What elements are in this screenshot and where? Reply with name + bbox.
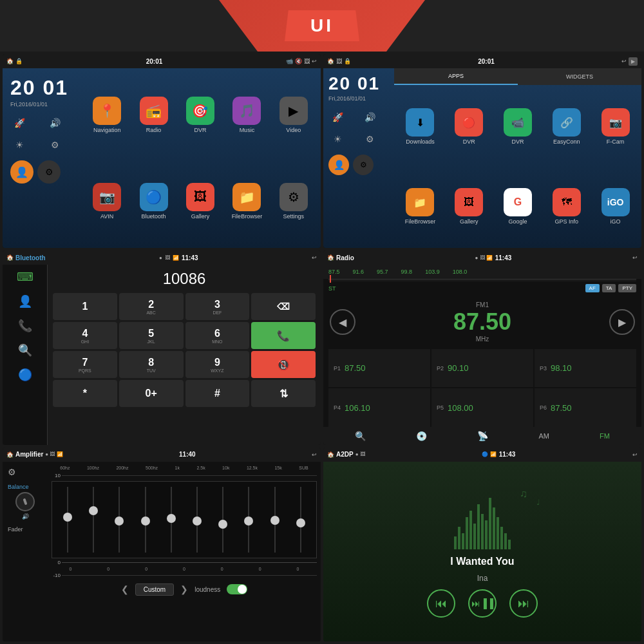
contacts-icon[interactable]: 👤	[18, 294, 32, 308]
app-dvr[interactable]: 🎯 DVR	[178, 73, 222, 157]
radio-preset-p4[interactable]: P4 106.10	[328, 388, 430, 426]
apps-btn[interactable]: ⚙	[37, 160, 61, 184]
dial-key-4[interactable]: 4GHI	[53, 322, 117, 349]
call-log-icon[interactable]: 📞	[18, 319, 32, 333]
radio-preset-p2[interactable]: P2 90.10	[431, 349, 533, 387]
dial-key-call[interactable]: 📞	[251, 322, 316, 349]
drawer-app-gpsinfo[interactable]: 🗺 GPS Info	[543, 167, 590, 245]
profile-btn-s2[interactable]: 👤	[328, 155, 349, 175]
freq-10k: 10k	[222, 466, 229, 470]
eq-handle-1[interactable]	[63, 513, 72, 522]
eq-balance-knob[interactable]	[15, 492, 35, 511]
drawer-app-fcam[interactable]: 📷 F-Cam	[592, 88, 639, 166]
eq-handle-8[interactable]	[244, 516, 253, 526]
dial-key-9[interactable]: 9WXYZ	[185, 351, 250, 378]
apps-btn-s2[interactable]: ⚙	[353, 155, 374, 175]
radio-fm-btn[interactable]: FM	[600, 432, 610, 440]
drawer-app-filebrowser[interactable]: 📁 FileBrowser	[397, 167, 444, 245]
tab-apps[interactable]: APPS	[394, 68, 518, 85]
drawer-app-dvr1[interactable]: 🔴 DVR	[446, 88, 493, 166]
drawer-app-igo[interactable]: iGO iGO	[592, 167, 639, 245]
drawer-app-dvr2[interactable]: 📹 DVR	[495, 88, 542, 166]
radio-prev-btn[interactable]: ◀	[330, 309, 355, 335]
dial-key-hash[interactable]: #	[185, 380, 250, 407]
app-video[interactable]: ▶ Video	[272, 73, 316, 157]
radio-preset-p3[interactable]: P3 98.10	[535, 349, 636, 387]
dial-key-8[interactable]: 8TUV	[119, 351, 184, 378]
quick-icon-bright-s2[interactable]: ☀	[328, 130, 346, 148]
eq-next-preset[interactable]: ❯	[180, 584, 188, 594]
dial-key-6[interactable]: 6MNO	[185, 322, 250, 349]
radio-search-btn[interactable]: 🔍	[355, 431, 366, 441]
header-title-box: UI	[285, 10, 359, 41]
dial-key-endcall[interactable]: 📵	[251, 351, 316, 378]
eq-handle-6[interactable]	[193, 516, 202, 526]
loudness-toggle[interactable]	[227, 584, 247, 594]
radio-antenna-btn[interactable]: 📡	[477, 431, 488, 441]
search-icon[interactable]: 🔍	[18, 343, 32, 357]
app-label-radio: Radio	[146, 127, 162, 133]
eq-vol-icon: 🔊	[8, 513, 43, 520]
app-navigation[interactable]: 📍 Navigation	[85, 73, 129, 157]
app-settings[interactable]: ⚙ Settings	[272, 160, 316, 243]
bt-settings-icon[interactable]: 🔵	[18, 368, 32, 382]
eq-handle-7[interactable]	[218, 520, 227, 529]
eq-line-5	[171, 487, 172, 553]
music-playpause-btn[interactable]: ⏭▐▐	[468, 589, 497, 618]
eq-handle-9[interactable]	[270, 516, 279, 525]
app-filebrowser[interactable]: 📁 FileBrowser	[225, 160, 269, 243]
quick-icon-rocket-s2[interactable]: 🚀	[328, 108, 346, 126]
radio-disc-btn[interactable]: 💿	[416, 431, 427, 441]
quick-icon-vol-s2[interactable]: 🔊	[361, 108, 379, 126]
eq-handle-4[interactable]	[141, 516, 150, 526]
app-radio[interactable]: 📻 Radio	[131, 73, 175, 157]
app-gallery[interactable]: 🖼 Gallery	[178, 160, 222, 243]
dial-key-backspace[interactable]: ⌫	[251, 293, 316, 320]
music-next-btn[interactable]: ⏭	[509, 589, 538, 618]
eq-bars-container	[52, 481, 317, 558]
preset-label-p6: P6	[540, 404, 547, 411]
music-prev-btn[interactable]: ⏮	[427, 589, 455, 618]
profile-btn[interactable]: 👤	[10, 160, 33, 184]
drawer-icon-fcam: 📷	[601, 108, 630, 137]
af-btn[interactable]: AF	[585, 284, 600, 292]
radio-preset-p5[interactable]: P5 108.00	[431, 388, 533, 426]
radio-am-btn[interactable]: AM	[538, 432, 549, 440]
ta-btn[interactable]: TA	[602, 284, 616, 292]
dial-key-7[interactable]: 7PQRS	[53, 351, 117, 378]
pty-btn[interactable]: PTY	[618, 284, 636, 292]
eq-handle-2[interactable]	[89, 506, 98, 515]
dial-pad-icon[interactable]: ⌨	[17, 270, 33, 284]
eq-prev-preset[interactable]: ❮	[121, 584, 129, 594]
drawer-app-downloads[interactable]: ⬇ Downloads	[397, 88, 444, 166]
app-music[interactable]: 🎵 Music	[225, 73, 269, 157]
dial-key-star[interactable]: *	[53, 380, 117, 407]
eq-handle-5[interactable]	[167, 514, 176, 523]
dial-key-1[interactable]: 1	[53, 293, 117, 320]
quick-icon-settings2[interactable]: ⚙	[46, 136, 64, 154]
dial-key-0[interactable]: 0+	[119, 380, 184, 407]
eq-handle-3[interactable]	[115, 516, 124, 526]
eq-preset-custom[interactable]: Custom	[135, 583, 174, 596]
app-bluetooth[interactable]: 🔵 Bluetooth	[131, 160, 175, 243]
drawer-label-dvr1: DVR	[463, 138, 475, 145]
quick-icon-brightness[interactable]: ☀	[10, 136, 28, 154]
dial-key-5[interactable]: 5JKL	[119, 322, 184, 349]
eq-handle-10[interactable]	[296, 518, 305, 527]
radio-preset-p1[interactable]: P1 87.50	[328, 349, 430, 387]
dial-key-3[interactable]: 3DEF	[185, 293, 250, 320]
radio-next-btn[interactable]: ▶	[609, 309, 635, 335]
radio-preset-p6[interactable]: P6 87.50	[535, 388, 636, 426]
app-avin[interactable]: 📷 AVIN	[85, 160, 129, 243]
drawer-app-gallery[interactable]: 🖼 Gallery	[446, 167, 493, 245]
tab-widgets[interactable]: WIDGETS	[518, 68, 641, 85]
dial-key-transfer[interactable]: ⇅	[251, 380, 316, 407]
drawer-app-easyconn[interactable]: 🔗 EasyConn	[543, 88, 590, 166]
quick-icon-volume[interactable]: 🔊	[46, 114, 64, 132]
quick-icon-set-s2[interactable]: ⚙	[361, 130, 379, 148]
amp-content: ⚙ Balance 🔊 Fader 60hz 100hz 200hz	[3, 462, 321, 641]
quick-icon-rocket[interactable]: 🚀	[10, 114, 28, 132]
store-icon-s2[interactable]: ▶	[629, 57, 638, 66]
drawer-app-google[interactable]: G Google	[495, 167, 542, 245]
dial-key-2[interactable]: 2ABC	[119, 293, 184, 320]
